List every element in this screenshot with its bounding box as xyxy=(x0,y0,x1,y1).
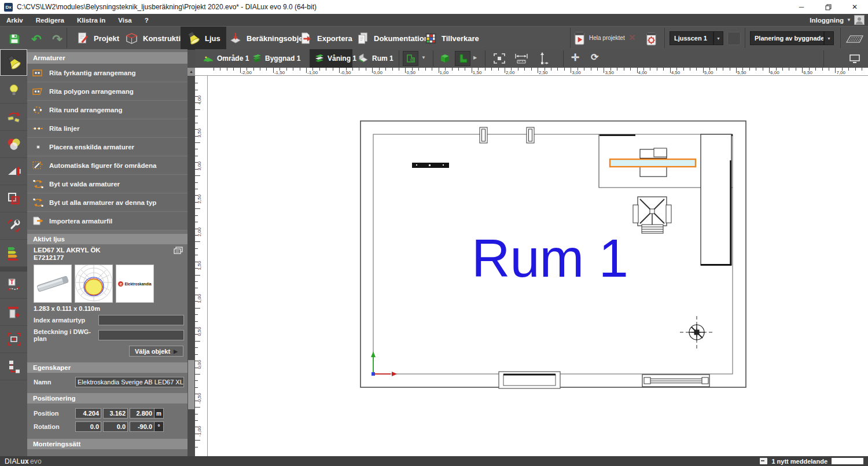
rotate-icon[interactable]: ⟳ xyxy=(591,52,598,63)
tool-joints[interactable] xyxy=(0,104,27,131)
position-y-input[interactable]: 3.162 xyxy=(103,408,128,419)
tool-replace-all-of-type[interactable]: Byt ut alla armaturer av denna typ xyxy=(27,193,187,212)
scrollbar-thumb[interactable] xyxy=(188,360,194,409)
position-x-input[interactable]: 4.204 xyxy=(75,408,101,419)
tool-focus-area[interactable] xyxy=(0,326,27,353)
tool-place-single-luminaires[interactable]: Placera enskilda armaturer xyxy=(27,138,187,156)
menu-arkiv[interactable]: Arkiv xyxy=(0,17,30,24)
display-toggle-button[interactable] xyxy=(847,51,862,66)
focus-icon xyxy=(493,53,506,64)
select-object-button[interactable]: Välja objekt▶ xyxy=(129,346,183,357)
tool-lamps[interactable] xyxy=(0,76,27,104)
tool-luminaires[interactable] xyxy=(0,49,27,76)
close-button[interactable]: ✕ xyxy=(841,0,868,14)
menu-redigera[interactable]: Redigera xyxy=(30,17,71,24)
rotation-z-input[interactable]: -90.0 xyxy=(130,421,155,432)
tool-light-colors[interactable] xyxy=(0,131,27,158)
tool-column[interactable] xyxy=(0,299,27,326)
name-input[interactable]: Elektroskandia Sverige AB LED67 XL A xyxy=(75,377,184,387)
overlap-rectangles-icon xyxy=(6,191,21,206)
main-toolbar: ↶ ↷ Projekt Konstruktion Ljus Beräknings… xyxy=(0,26,868,49)
keyboard-button[interactable] xyxy=(845,31,865,46)
calculate-button[interactable] xyxy=(572,31,587,46)
tool-text-annotation[interactable]: T xyxy=(0,271,27,299)
light-scene-value: Ljusscen 1 xyxy=(674,35,707,42)
tool-dimming[interactable] xyxy=(0,158,27,185)
planning-mode-arrow[interactable]: ▼ xyxy=(824,31,834,45)
rotation-y-input[interactable]: 0.0 xyxy=(103,421,128,432)
tool-replace-selected[interactable]: Byt ut valda armaturer xyxy=(27,175,187,193)
cancel-calc-icon: ✕ xyxy=(628,32,636,43)
restore-button[interactable] xyxy=(815,0,841,14)
tool-maintenance[interactable] xyxy=(0,212,27,240)
radiator[interactable] xyxy=(642,375,709,387)
color-circles-icon xyxy=(6,137,21,152)
office-chair[interactable] xyxy=(633,197,671,233)
tool-draw-polygon-arrangement[interactable]: Rita polygon arrangemang xyxy=(27,82,187,101)
message-icon xyxy=(760,458,767,464)
play-icon xyxy=(574,31,585,46)
menu-help[interactable]: ? xyxy=(138,17,155,24)
level-storey-active[interactable]: Våning 1 xyxy=(310,49,352,68)
tool-hierarchy[interactable] xyxy=(0,353,27,380)
tab-ljus[interactable]: Ljus xyxy=(181,27,226,50)
minimize-button[interactable]: ─ xyxy=(788,0,815,14)
light-scene-select[interactable]: Ljusscen 1 xyxy=(670,31,713,45)
login-button[interactable]: Inloggning xyxy=(810,17,844,24)
menu-klistra-in[interactable]: Klistra in xyxy=(71,17,112,24)
move-icon[interactable]: ✛ xyxy=(571,52,579,64)
luminaire-plan-symbol[interactable] xyxy=(412,163,449,168)
tool-draw-round-arrangement[interactable]: Rita rund arrangemang xyxy=(27,101,187,119)
selected-luminaire[interactable] xyxy=(610,159,696,167)
tool-energy[interactable] xyxy=(0,240,27,267)
tool-draw-rect-arrangement[interactable]: Rita fyrkantig arrangemang xyxy=(27,64,187,82)
level-building[interactable]: Byggnad 1 xyxy=(265,54,300,63)
message-text[interactable]: 1 nytt meddelande xyxy=(771,458,827,465)
l-shape-icon xyxy=(458,53,468,64)
luminaire-crosshair[interactable] xyxy=(680,316,713,349)
lshape-view-button[interactable] xyxy=(455,51,470,66)
copy-luminaire-button[interactable] xyxy=(174,247,183,257)
light-icon xyxy=(186,31,200,45)
tool-label: Rita polygon arrangemang xyxy=(49,88,134,95)
polygon-arrangement-icon xyxy=(32,87,45,96)
cabinet[interactable] xyxy=(701,134,731,265)
tool-draw-lines[interactable]: Rita linjer xyxy=(27,119,187,138)
planning-mode-select[interactable]: Planering av byggnader... xyxy=(750,31,824,45)
rotation-x-input[interactable]: 0.0 xyxy=(75,421,101,432)
position-z-input[interactable]: 2.800 xyxy=(130,408,155,419)
dwg-input[interactable] xyxy=(98,330,184,340)
height-measure-button[interactable] xyxy=(536,51,551,66)
brand-mark: e xyxy=(118,281,123,287)
avatar[interactable] xyxy=(854,15,865,25)
calc-settings-button[interactable] xyxy=(643,31,659,46)
level-room[interactable]: Rum 1 xyxy=(372,54,393,63)
undo-button[interactable]: ↶ xyxy=(29,31,44,46)
index-input[interactable] xyxy=(98,315,184,325)
redo-button[interactable]: ↷ xyxy=(50,31,65,46)
plan-view[interactable]: Rum 1 xyxy=(195,68,868,456)
wall-segment xyxy=(599,134,635,136)
tool-automatic-figures[interactable]: Automatiska figurer för områdena xyxy=(27,156,187,175)
save-button[interactable] xyxy=(7,31,22,46)
chevron-right-icon[interactable]: ▶ xyxy=(473,55,477,60)
outline-mode-button[interactable] xyxy=(403,51,418,66)
dwg-label: Beteckning i DWG-plan xyxy=(34,328,98,342)
tab-tillverkare[interactable]: Tillverkare xyxy=(419,27,485,50)
tool-import-luminaire-file[interactable]: Importera armaturfil xyxy=(27,212,187,230)
chevron-down-icon[interactable]: ▼ xyxy=(421,55,426,60)
tab-exportera[interactable]: Exportera xyxy=(294,27,358,50)
zoom-extents-button[interactable] xyxy=(491,51,507,66)
tab-projekt[interactable]: Projekt xyxy=(71,27,125,50)
solid-view-button[interactable] xyxy=(437,51,453,66)
light-scene-arrow[interactable]: ▼ xyxy=(713,31,723,45)
level-site[interactable]: Område 1 xyxy=(217,54,249,63)
scrollbar-up-icon[interactable]: ▲ xyxy=(187,68,195,76)
sideboard[interactable] xyxy=(499,372,560,388)
measure-button[interactable] xyxy=(513,51,529,66)
tool-label: Byt ut valda armaturer xyxy=(49,181,120,188)
tool-surfaces[interactable] xyxy=(0,185,27,212)
plan-drawing-area[interactable]: -2,00-1,50-1,00-0,500,000,501,001,502,00… xyxy=(195,68,868,456)
menu-visa[interactable]: Visa xyxy=(112,17,138,24)
panel-scrollbar[interactable]: ▲ xyxy=(187,68,195,456)
